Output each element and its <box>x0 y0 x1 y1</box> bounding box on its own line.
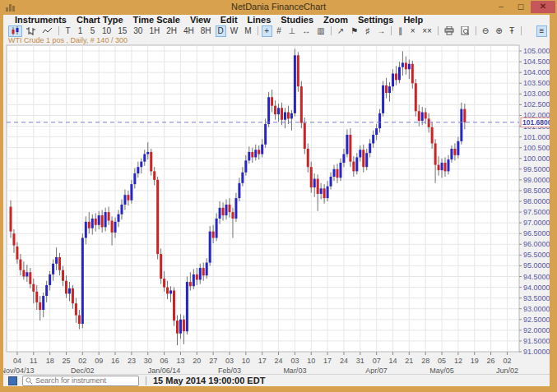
search-input[interactable] <box>35 376 136 385</box>
trend-line-button[interactable]: ↗ <box>335 25 346 37</box>
instrument-panel-icon[interactable] <box>8 376 17 385</box>
line-chart-button[interactable] <box>39 25 55 37</box>
x-axis-month-label: Feb/03 <box>218 367 241 374</box>
timeframe-4h-button[interactable]: 4H <box>181 25 197 37</box>
x-axis-week-label: 20 <box>193 357 201 365</box>
timeframe-5-button[interactable]: 5 <box>87 25 98 37</box>
toolbar-separator <box>391 26 392 35</box>
draw-arrow-button[interactable]: → <box>374 25 388 37</box>
candle-down <box>222 208 225 215</box>
volume-histogram-button[interactable]: ▥ <box>314 25 327 37</box>
delete-line-button[interactable]: × <box>407 25 418 37</box>
candle-down <box>62 270 64 281</box>
x-axis-week-label: 14 <box>388 357 397 365</box>
timeframe-1h-button[interactable]: 1H <box>146 25 162 37</box>
candle-down <box>212 232 215 238</box>
candle-up <box>346 135 348 154</box>
candle-down <box>101 215 104 227</box>
candle-down <box>274 106 276 114</box>
chart-region: 91.000091.500092.000092.500093.000093.50… <box>3 44 550 374</box>
parallel-lines-button[interactable]: ∥ <box>395 25 406 37</box>
symbol-label: WTI Crude 1 pos , Daily, # 140 / 300 <box>3 37 550 44</box>
menu-view[interactable]: View <box>185 15 216 25</box>
timeframe-2h-button[interactable]: 2H <box>164 25 179 37</box>
ohlc-bar-chart-button[interactable] <box>24 25 38 37</box>
horizontal-scroll-button[interactable]: ↔ <box>299 25 313 37</box>
y-axis-label: 97.5000 <box>523 208 550 216</box>
candle-down <box>163 279 165 287</box>
grid-toggle-button[interactable]: # <box>274 25 285 37</box>
candle-up <box>68 288 71 294</box>
status-separator <box>146 376 146 385</box>
menu-help[interactable]: Help <box>398 15 428 25</box>
menu-lines[interactable]: Lines <box>243 15 276 25</box>
candle-down <box>189 282 192 286</box>
menu-zoom[interactable]: Zoom <box>318 15 353 25</box>
search-icon <box>26 377 33 385</box>
timeframe-10-button[interactable]: 10 <box>100 25 114 37</box>
candle-up <box>342 154 345 163</box>
search-box[interactable] <box>22 376 139 386</box>
menu-edit[interactable]: Edit <box>216 15 243 25</box>
candle-up <box>402 62 404 67</box>
line-chart-icon <box>42 26 53 36</box>
candle-up <box>130 184 132 201</box>
menu-chart-type[interactable]: Chart Type <box>72 15 128 25</box>
candle-up <box>313 179 316 187</box>
chart-plot-area[interactable]: 91.000091.500092.000092.500093.000093.50… <box>3 44 550 374</box>
parallel-channel-button[interactable]: ♯ <box>362 25 373 37</box>
candle-up <box>460 109 462 141</box>
candle-up <box>209 232 211 263</box>
crosshair-button[interactable]: + <box>262 25 272 37</box>
zoom-reset-button[interactable]: Ŧ <box>507 25 518 37</box>
y-axis-label: 97.0000 <box>523 219 550 227</box>
toolbar-separator <box>258 26 258 35</box>
zoom-out-button[interactable]: ⊖ <box>480 25 491 37</box>
candle-down <box>349 135 351 162</box>
timeframe-w-button[interactable]: W <box>228 25 240 37</box>
minimize-button[interactable]: – <box>491 1 511 13</box>
menu-time-scale[interactable]: Time Scale <box>128 15 185 25</box>
candle-up <box>206 263 208 276</box>
menu-instruments[interactable]: Instruments <box>10 15 72 25</box>
delete-all-lines-button[interactable]: ×× <box>420 25 434 37</box>
zoom-in-button[interactable]: ⊕ <box>493 25 504 37</box>
candle-up <box>320 188 323 194</box>
candle-up <box>49 274 51 285</box>
candle-down <box>160 254 162 279</box>
toolbar-separator <box>331 26 332 35</box>
candle-up <box>52 264 54 274</box>
candle-down <box>453 149 456 155</box>
candle-down <box>304 123 306 149</box>
menu-studies[interactable]: Studies <box>276 15 318 25</box>
timeframe-8h-button[interactable]: 8H <box>198 25 214 37</box>
candlestick-chart-button[interactable] <box>8 25 22 37</box>
app-window: NetDania FinanceChart – ◻ ✕ InstrumentsC… <box>0 0 557 392</box>
candle-up <box>179 320 182 334</box>
timeframe-m-button[interactable]: M <box>242 25 253 37</box>
toolbar-separator <box>58 26 59 35</box>
print-button[interactable] <box>442 25 457 37</box>
timeframe-1-button[interactable]: 1 <box>75 25 86 37</box>
timeframe-30-button[interactable]: 30 <box>131 25 145 37</box>
maximize-button[interactable]: ◻ <box>511 1 531 13</box>
print-preview-button[interactable] <box>458 25 472 37</box>
timeframe-d-button[interactable]: D <box>216 25 226 37</box>
y-axis-label: 95.5000 <box>523 251 550 259</box>
y-axis-label: 100.0000 <box>523 154 550 163</box>
candle-up <box>248 152 250 160</box>
flag-marker-button[interactable]: ⚑ <box>348 25 360 37</box>
candle-down <box>300 86 303 122</box>
close-button[interactable]: ✕ <box>531 1 555 13</box>
candle-down <box>434 143 437 164</box>
candle-up <box>333 169 336 177</box>
menu-settings[interactable]: Settings <box>353 15 398 25</box>
timeframe-15-button[interactable]: 15 <box>115 25 129 37</box>
timeframe-t-button[interactable]: T <box>63 25 73 37</box>
x-axis-week-label: 18 <box>46 357 54 365</box>
vertical-cursor-button[interactable]: ⊥ <box>286 25 299 37</box>
candle-up <box>457 141 459 155</box>
toolbar-pin-button[interactable]: ≡ <box>536 25 547 37</box>
candle-down <box>12 233 15 245</box>
candle-down <box>438 165 440 171</box>
